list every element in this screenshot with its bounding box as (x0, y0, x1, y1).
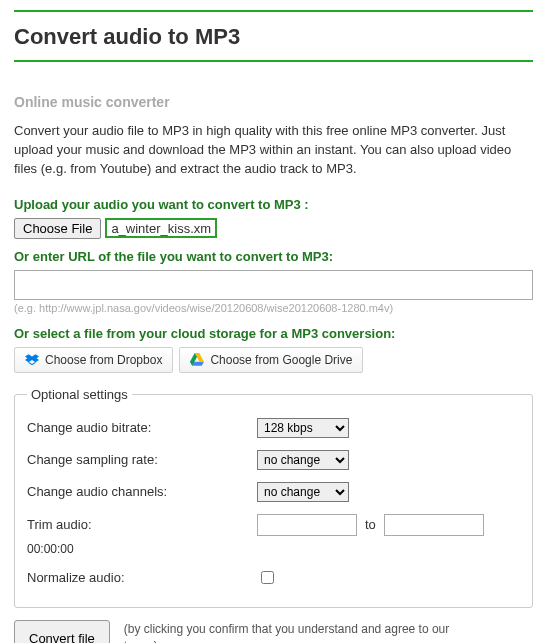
convert-button[interactable]: Convert file (14, 620, 110, 643)
optional-settings: Optional settings Change audio bitrate: … (14, 387, 533, 608)
disclaimer-prefix: (by clicking you confirm that you unders… (124, 622, 450, 636)
url-hint: (e.g. http://www.jpl.nasa.gov/videos/wis… (14, 302, 533, 314)
bitrate-label: Change audio bitrate: (27, 420, 257, 435)
channels-label: Change audio channels: (27, 484, 257, 499)
page-subtitle: Online music converter (14, 94, 533, 110)
trim-to-label: to (365, 517, 376, 532)
cloud-label: Or select a file from your cloud storage… (14, 326, 533, 341)
terms-link[interactable]: terms (124, 639, 154, 643)
url-label: Or enter URL of the file you want to con… (14, 249, 533, 264)
choose-file-button[interactable]: Choose File (14, 218, 101, 239)
title-divider (14, 60, 533, 62)
gdrive-icon (190, 353, 204, 367)
intro-text: Convert your audio file to MP3 in high q… (14, 122, 533, 179)
disclaimer-suffix: ) (154, 639, 158, 643)
dropbox-button-label: Choose from Dropbox (45, 353, 162, 367)
normalize-label: Normalize audio: (27, 570, 257, 585)
upload-label: Upload your audio you want to convert to… (14, 197, 533, 212)
page-title: Convert audio to MP3 (14, 24, 533, 50)
disclaimer: (by clicking you confirm that you unders… (124, 621, 454, 643)
trim-label: Trim audio: (27, 517, 257, 532)
bitrate-select[interactable]: 128 kbps (257, 418, 349, 438)
trim-timecode: 00:00:00 (27, 542, 520, 556)
top-divider (14, 10, 533, 12)
gdrive-button-label: Choose from Google Drive (210, 353, 352, 367)
dropbox-icon (25, 354, 39, 366)
normalize-checkbox[interactable] (261, 571, 274, 584)
sampling-label: Change sampling rate: (27, 452, 257, 467)
url-input[interactable] (14, 270, 533, 300)
trim-to-input[interactable] (384, 514, 484, 536)
dropbox-button[interactable]: Choose from Dropbox (14, 347, 173, 373)
trim-from-input[interactable] (257, 514, 357, 536)
settings-legend: Optional settings (27, 387, 132, 402)
channels-select[interactable]: no change (257, 482, 349, 502)
sampling-select[interactable]: no change (257, 450, 349, 470)
gdrive-button[interactable]: Choose from Google Drive (179, 347, 363, 373)
chosen-file-name: a_winter_kiss.xm (105, 218, 217, 238)
